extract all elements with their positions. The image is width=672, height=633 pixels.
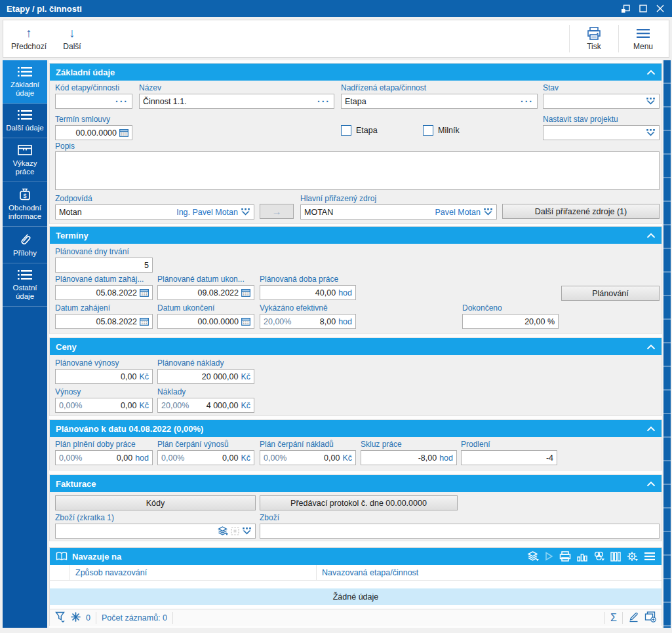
marked-records-icon[interactable] bbox=[71, 612, 81, 624]
column-navazovana-etapa[interactable]: Navazovaná etapa/činnost bbox=[317, 565, 662, 580]
edit-icon[interactable] bbox=[628, 611, 639, 624]
planovani-button[interactable]: Plánování bbox=[561, 286, 660, 301]
zodpovida-person[interactable]: Ing. Pavel Motan bbox=[176, 208, 238, 217]
section-navazuje-na: Navazuje na Způsob navazování Navazovaná… bbox=[49, 547, 662, 626]
dropdown-icon[interactable] bbox=[646, 129, 656, 137]
layers-icon[interactable] bbox=[527, 551, 539, 562]
popis-textarea[interactable] bbox=[55, 151, 660, 190]
nadrizena-input[interactable]: Etapa bbox=[341, 94, 538, 109]
copy-to-resource-button[interactable] bbox=[260, 204, 294, 219]
filter-icon[interactable] bbox=[55, 611, 66, 624]
dropdown-icon[interactable] bbox=[483, 208, 493, 216]
sidebar-item-vykazy-prace[interactable]: Výkazy práce bbox=[3, 138, 47, 182]
clover-icon[interactable] bbox=[593, 551, 604, 562]
nazev-label: Název bbox=[139, 84, 334, 92]
kod-input[interactable] bbox=[55, 94, 132, 109]
zdroj-person[interactable]: Pavel Motan bbox=[435, 208, 481, 217]
menu-button[interactable]: Menu bbox=[622, 22, 665, 56]
datum-zahajeni-label: Datum zahájení bbox=[55, 304, 153, 313]
zdroj-input[interactable]: MOTANPavel Motan bbox=[300, 204, 497, 220]
print-icon[interactable] bbox=[559, 551, 571, 562]
kody-button[interactable]: Kódy bbox=[55, 495, 256, 510]
vertical-scrollbar[interactable] bbox=[663, 60, 671, 628]
collapse-icon[interactable] bbox=[646, 426, 656, 432]
dropdown-icon[interactable] bbox=[242, 528, 252, 535]
sidebar-item-obchodni-informace[interactable]: $ Obchodní informace bbox=[3, 182, 47, 227]
section-title: Fakturace bbox=[56, 479, 96, 489]
collapse-icon[interactable] bbox=[646, 481, 656, 487]
plan-naklady-label: Plánované náklady bbox=[157, 359, 254, 368]
column-zpusob-navazovani[interactable]: Způsob navazování bbox=[70, 565, 317, 580]
milnik-checkbox[interactable] bbox=[423, 125, 433, 136]
grid-menu-icon[interactable] bbox=[644, 552, 656, 561]
print-button[interactable]: Tisk bbox=[572, 22, 616, 56]
print-icon bbox=[587, 27, 601, 40]
sidebar-item-zakladni-udaje[interactable]: Základní údaje bbox=[3, 60, 47, 104]
calendar-icon[interactable] bbox=[140, 317, 149, 326]
dropdown-icon[interactable] bbox=[241, 208, 250, 216]
datum-zahajeni-input[interactable]: 05.08.2022 bbox=[55, 314, 153, 329]
dny-trvani-input[interactable]: 5 bbox=[55, 258, 153, 273]
sidebar-item-ostatni-udaje[interactable]: Ostatní údaje bbox=[3, 263, 47, 307]
plan-cerpani-nakladu-label: Plán čerpání nákladů bbox=[260, 440, 356, 449]
next-button[interactable]: Další bbox=[50, 22, 94, 56]
termin-smlouvy-input[interactable]: 00.00.0000 bbox=[55, 125, 132, 140]
ellipsis-button[interactable] bbox=[115, 96, 128, 107]
gear-icon[interactable] bbox=[627, 551, 638, 562]
popup-window-icon[interactable] bbox=[621, 5, 630, 13]
sidebar-label: Obchodní informace bbox=[4, 204, 46, 221]
zbozi-zkratka-label: Zboží (zkratka 1) bbox=[55, 514, 256, 522]
collapse-icon[interactable] bbox=[646, 344, 656, 350]
layers-icon[interactable] bbox=[218, 526, 228, 536]
nadrizena-label: Nadřízená etapa/činnost bbox=[341, 84, 538, 92]
plan-plneni-label: Plán plnění doby práce bbox=[55, 440, 153, 449]
calendar-icon[interactable] bbox=[241, 317, 250, 326]
stav-dropdown[interactable] bbox=[543, 94, 660, 109]
arrow-down-icon bbox=[69, 27, 75, 40]
etapa-checkbox-row: Etapa bbox=[341, 125, 378, 136]
zbozi-input[interactable] bbox=[260, 524, 660, 539]
plan-doba-prace-label: Plánovaná doba práce bbox=[260, 275, 356, 284]
nazev-input[interactable]: Činnost 1.1. bbox=[139, 94, 334, 109]
etapa-checkbox[interactable] bbox=[341, 125, 351, 136]
calendar-icon[interactable] bbox=[241, 288, 250, 297]
copy-icon[interactable] bbox=[644, 611, 656, 624]
maximize-icon[interactable] bbox=[639, 5, 647, 12]
dalsi-zdroje-button[interactable]: Další přiřazené zdroje (1) bbox=[502, 204, 660, 219]
dropdown-icon[interactable] bbox=[646, 98, 656, 106]
dokonceno-label: Dokončeno bbox=[462, 304, 559, 313]
sidebar-item-dalsi-udaje[interactable]: Další údaje bbox=[3, 104, 47, 138]
previous-button[interactable]: Předchozí bbox=[7, 22, 50, 56]
plan-datum-ukonceni-input[interactable]: 09.08.2022 bbox=[157, 285, 254, 300]
next-label: Další bbox=[63, 42, 81, 51]
sidebar-item-prilohy[interactable]: Přílohy bbox=[3, 227, 47, 263]
ellipsis-button[interactable] bbox=[521, 96, 534, 107]
sidebar-label: Ostatní údaje bbox=[4, 284, 46, 301]
popis-label: Popis bbox=[55, 142, 75, 151]
close-icon[interactable] bbox=[656, 5, 664, 12]
calendar-icon[interactable] bbox=[140, 288, 149, 297]
plan-naklady-input[interactable]: 20 000,00Kč bbox=[157, 369, 254, 384]
plan-vynosy-input[interactable]: 0,00Kč bbox=[55, 369, 153, 384]
datum-ukonceni-input[interactable]: 00.00.0000 bbox=[157, 314, 254, 329]
plan-datum-zahajeni-input[interactable]: 05.08.2022 bbox=[55, 285, 153, 300]
dokonceno-input[interactable]: 20,00 % bbox=[462, 314, 559, 329]
sum-icon[interactable] bbox=[610, 612, 617, 624]
predavaci-protokol-button[interactable]: Předávací protokol č. dne 00.00.0000 bbox=[260, 495, 458, 510]
book-icon bbox=[56, 552, 68, 561]
table-row-selector-column bbox=[50, 565, 70, 580]
calendar-icon[interactable] bbox=[119, 128, 128, 137]
chart-icon[interactable] bbox=[577, 552, 587, 562]
nastavit-stav-dropdown[interactable] bbox=[543, 125, 660, 140]
zbozi-zkratka-input[interactable] bbox=[55, 524, 256, 539]
zodpovida-input[interactable]: MotanIng. Pavel Motan bbox=[55, 204, 254, 220]
ellipsis-button[interactable] bbox=[317, 96, 330, 107]
menu-label: Menu bbox=[633, 42, 653, 51]
list-icon bbox=[16, 269, 33, 280]
table-footer: 0 Počet záznamů: 0 bbox=[50, 609, 662, 626]
section-title: Plánováno k datu 04.08.2022 (0,00%) bbox=[56, 424, 203, 434]
columns-icon[interactable] bbox=[610, 552, 621, 562]
plan-doba-prace-input[interactable]: 40,00hod bbox=[260, 285, 356, 300]
collapse-icon[interactable] bbox=[646, 69, 656, 75]
collapse-icon[interactable] bbox=[646, 233, 656, 239]
